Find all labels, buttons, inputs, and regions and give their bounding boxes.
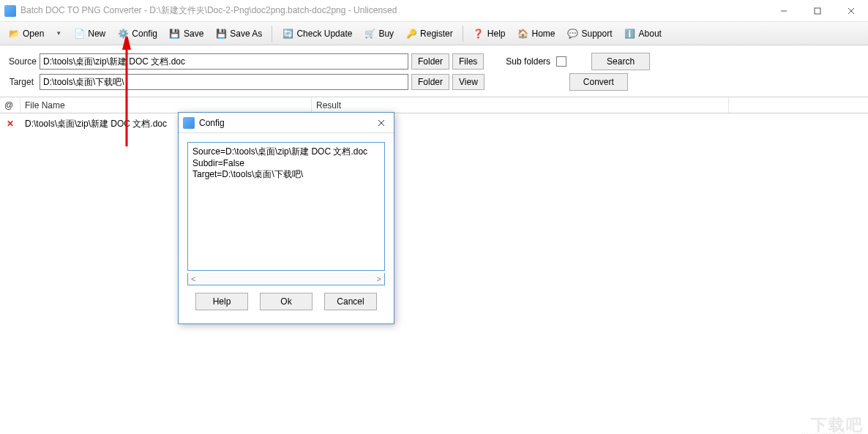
subfolders-label: Sub folders: [506, 56, 550, 67]
toolbar: 📂 Open ▼ 📄 New ⚙️ Config 💾 Save 💾 Save A…: [0, 22, 868, 45]
target-folder-button[interactable]: Folder: [411, 74, 449, 90]
header-filename[interactable]: File Name: [20, 97, 312, 113]
separator: [463, 26, 463, 42]
config-textarea[interactable]: [187, 142, 385, 271]
dialog-titlebar[interactable]: Config: [179, 113, 394, 133]
scroll-right-icon[interactable]: >: [377, 274, 381, 283]
window-title: Batch DOC TO PNG Converter - D:\新建文件夹\Do…: [20, 4, 397, 17]
dialog-ok-button[interactable]: Ok: [260, 293, 313, 310]
new-icon: 📄: [73, 28, 85, 40]
open-icon: 📂: [8, 28, 20, 40]
chevron-down-icon: ▼: [56, 30, 61, 37]
form-area: Source Folder Files Sub folders Search T…: [0, 45, 868, 97]
row-result: : "WPS.Application": [312, 119, 868, 129]
dialog-app-icon: [183, 117, 195, 129]
open-button[interactable]: 📂 Open: [3, 25, 49, 42]
window-controls: [767, 0, 868, 22]
check-update-label: Check Update: [296, 29, 352, 39]
open-dropdown[interactable]: ▼: [50, 25, 67, 42]
table-row[interactable]: ✕ D:\tools\桌面\zip\新建 DOC 文档.doc : "WPS.A…: [0, 116, 868, 131]
save-as-button[interactable]: 💾 Save As: [210, 25, 267, 42]
config-dialog: Config < > Help Ok Cancel: [178, 112, 394, 324]
row-status-icon: ✕: [0, 119, 20, 129]
config-label: Config: [132, 29, 157, 39]
new-label: New: [88, 29, 105, 39]
app-icon: [4, 5, 16, 17]
about-button[interactable]: ℹ️ About: [619, 25, 667, 42]
register-button[interactable]: 🔑 Register: [400, 25, 458, 42]
buy-label: Buy: [378, 29, 394, 39]
support-button[interactable]: 💬 Support: [562, 25, 618, 42]
save-icon: 💾: [169, 28, 181, 40]
watermark-url: www.xiazaiba.com: [802, 431, 862, 434]
home-icon: 🏠: [517, 28, 528, 40]
save-as-label: Save As: [230, 29, 262, 39]
help-label: Help: [487, 29, 506, 39]
dialog-help-button[interactable]: Help: [195, 293, 248, 310]
about-icon: ℹ️: [624, 28, 636, 40]
minimize-button[interactable]: [767, 0, 801, 22]
dialog-cancel-button[interactable]: Cancel: [324, 293, 377, 310]
help-icon: ❓: [473, 28, 484, 40]
register-label: Register: [420, 29, 453, 39]
dialog-close-button[interactable]: [373, 115, 389, 131]
help-button[interactable]: ❓ Help: [468, 25, 511, 42]
header-spacer: [729, 97, 868, 113]
dialog-title: Config: [199, 118, 225, 128]
support-icon: 💬: [567, 28, 579, 40]
save-as-icon: 💾: [215, 28, 227, 40]
search-button[interactable]: Search: [591, 53, 650, 70]
buy-button[interactable]: 🛒 Buy: [359, 25, 399, 42]
save-label: Save: [184, 29, 203, 39]
table-body: ✕ D:\tools\桌面\zip\新建 DOC 文档.doc : "WPS.A…: [0, 113, 868, 434]
scroll-left-icon[interactable]: <: [191, 274, 195, 283]
config-hscrollbar[interactable]: < >: [187, 273, 385, 285]
header-result[interactable]: Result: [312, 97, 729, 113]
target-view-button[interactable]: View: [452, 74, 484, 90]
source-folder-button[interactable]: Folder: [411, 53, 449, 70]
svg-rect-1: [815, 8, 820, 14]
header-status[interactable]: @: [0, 97, 20, 113]
maximize-button[interactable]: [801, 0, 834, 22]
source-label: Source: [9, 56, 37, 67]
register-icon: 🔑: [405, 28, 417, 40]
home-button[interactable]: 🏠 Home: [512, 25, 560, 42]
close-button[interactable]: [834, 0, 868, 22]
buy-icon: 🛒: [364, 28, 375, 40]
gear-icon: ⚙️: [117, 28, 129, 40]
open-label: Open: [23, 29, 44, 39]
check-update-button[interactable]: 🔄 Check Update: [277, 25, 357, 42]
source-files-button[interactable]: Files: [452, 53, 484, 70]
source-input[interactable]: [40, 53, 408, 70]
support-label: Support: [582, 29, 613, 39]
subfolders-checkbox[interactable]: [556, 56, 566, 67]
target-input[interactable]: [40, 74, 408, 90]
home-label: Home: [531, 29, 555, 39]
new-button[interactable]: 📄 New: [68, 25, 111, 42]
convert-button[interactable]: Convert: [569, 73, 628, 91]
titlebar: Batch DOC TO PNG Converter - D:\新建文件夹\Do…: [0, 0, 868, 22]
config-button[interactable]: ⚙️ Config: [112, 25, 162, 42]
separator: [272, 26, 272, 42]
table-header: @ File Name Result: [0, 97, 868, 113]
about-label: About: [639, 29, 662, 39]
update-icon: 🔄: [282, 28, 293, 40]
target-label: Target: [9, 77, 37, 87]
save-button[interactable]: 💾 Save: [164, 25, 209, 42]
